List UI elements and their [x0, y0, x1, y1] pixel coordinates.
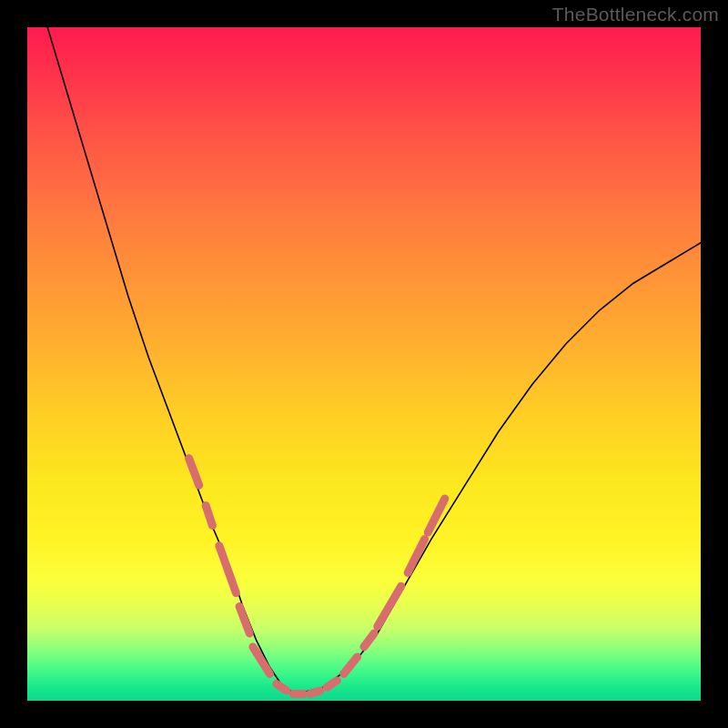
bottleneck-curve	[47, 27, 701, 694]
plot-area	[27, 27, 701, 701]
curve-layer	[27, 27, 701, 701]
chart-frame: TheBottleneck.com	[0, 0, 728, 728]
pink-dash-segment	[219, 546, 237, 593]
pink-dash-segment	[344, 657, 358, 674]
watermark-text: TheBottleneck.com	[552, 4, 719, 25]
pink-dash-segment	[428, 499, 445, 532]
pink-dash-segment	[189, 459, 199, 486]
pink-dash-segment	[239, 606, 249, 633]
pink-dash-layer	[189, 459, 445, 694]
pink-dash-segment	[277, 684, 287, 691]
pink-dash-segment	[378, 586, 401, 626]
pink-dash-segment	[327, 681, 337, 687]
pink-dash-segment	[206, 505, 212, 525]
pink-dash-segment	[364, 633, 374, 647]
pink-dash-segment	[310, 691, 320, 694]
